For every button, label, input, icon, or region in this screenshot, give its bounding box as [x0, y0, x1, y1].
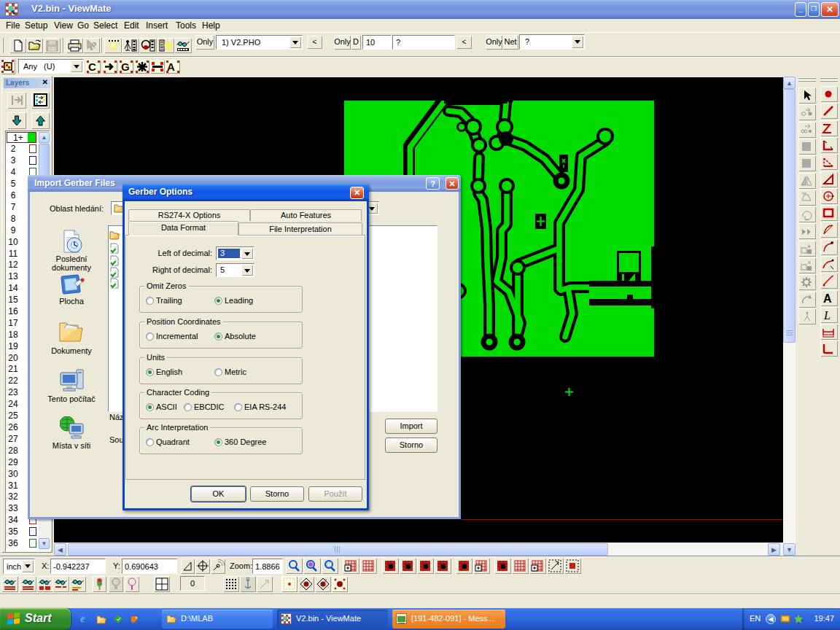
svg-text:C: C: [88, 61, 96, 73]
svg-text:A: A: [823, 292, 832, 305]
svg-text:L: L: [823, 309, 831, 322]
svg-text:G: G: [121, 61, 130, 73]
svg-text:s: s: [324, 578, 327, 583]
svg-text:?: ?: [92, 41, 97, 50]
